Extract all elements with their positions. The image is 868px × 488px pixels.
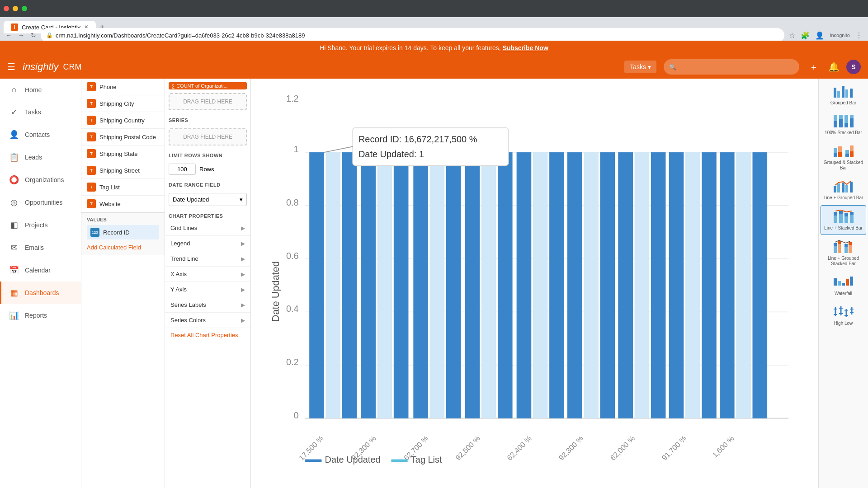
svg-rect-70 [850,115,854,118]
chart-type-high-low[interactable]: High Low [821,301,866,330]
line-stacked-bar-icon [833,209,854,224]
chart-type-grouped-stacked-bar[interactable]: Grouped & Stacked Bar [821,140,866,174]
svg-rect-102 [842,283,845,286]
reload-button[interactable]: ↻ [29,31,38,40]
extension-icon[interactable]: 🧩 [799,29,811,42]
chart-prop-grid-lines[interactable]: Grid Lines ▶ [165,221,250,236]
svg-rect-21 [430,152,445,418]
sidebar-label-organizations: Organizations [25,176,64,183]
sidebar-item-emails[interactable]: ✉ Emails [0,236,81,259]
svg-rect-96 [844,247,848,253]
chart-type-grouped-bar[interactable]: Grouped Bar [821,80,866,109]
svg-text:0: 0 [294,410,299,420]
search-icon: 🔍 [669,64,676,70]
profile-icon[interactable]: 👤 [813,29,826,42]
svg-rect-40 [752,152,767,418]
series-drag-zone[interactable]: DRAG FIELD HERE [169,128,247,145]
user-avatar[interactable]: S [846,60,861,74]
main-layout: ⌂ Home ✓ Tasks 👤 Contacts 📋 Leads ⭕ Orga… [0,79,868,488]
svg-rect-19 [394,152,409,418]
rows-input[interactable]: 100 [169,164,196,175]
browser-min-btn[interactable] [13,6,18,11]
tasks-icon: ✓ [9,107,19,117]
search-input[interactable] [680,63,794,70]
field-item-tag-list[interactable]: T Tag List [81,179,165,196]
sidebar: ⌂ Home ✓ Tasks 👤 Contacts 📋 Leads ⭕ Orga… [0,79,81,488]
limit-rows-label: LIMIT ROWS SHOWN [165,149,250,160]
date-value: Date Updated [173,196,209,203]
properties-panel: ∑ COUNT of Organizati... DRAG FIELD HERE… [165,79,251,488]
svg-rect-66 [839,115,843,119]
svg-text:1,600 %: 1,600 % [711,434,736,459]
svg-rect-98 [849,245,852,253]
chart-prop-series-labels[interactable]: Series Labels ▶ [165,297,250,313]
lock-icon: 🔒 [46,32,53,38]
chart-prop-x-axis[interactable]: X Axis ▶ [165,267,250,282]
browser-close-btn[interactable] [4,6,9,11]
trial-message: Hi Shane. Your trial expires in 14 days.… [320,44,501,52]
sidebar-label-leads: Leads [25,154,42,161]
browser-max-btn[interactable] [22,6,27,11]
sidebar-item-home[interactable]: ⌂ Home [0,79,81,101]
chart-type-line-grouped-stacked-bar[interactable]: Line + Grouped Stacked Bar [821,236,866,270]
value-item-record-id[interactable]: 123 Record ID [87,225,159,239]
svg-rect-64 [834,115,837,121]
sidebar-item-tasks[interactable]: ✓ Tasks [0,101,81,123]
field-item-shipping-street[interactable]: T Shipping Street [81,162,165,179]
grid-lines-label: Grid Lines [170,225,197,231]
nav-icons: ＋ 🔔 S [807,60,861,74]
bookmark-icon[interactable]: ☆ [787,29,797,42]
trial-banner: Hi Shane. Your trial expires in 14 days.… [0,41,868,55]
field-item-shipping-city[interactable]: T Shipping City [81,95,165,112]
bar-chart: Date Updated 1.2 1 0.8 0.6 0.4 0.2 0 [251,79,818,488]
back-button[interactable]: ← [4,31,14,40]
sidebar-item-reports[interactable]: 📊 Reports [0,304,81,327]
tasks-button[interactable]: Tasks ▾ [624,61,656,73]
sidebar-item-calendar[interactable]: 📅 Calendar [0,259,81,282]
chart-type-line-stacked-bar[interactable]: Line + Stacked Bar [821,205,866,235]
sidebar-item-projects[interactable]: ◧ Projects [0,214,81,236]
sidebar-label-opportunities: Opportunities [25,199,62,206]
date-dropdown[interactable]: Date Updated ▾ [169,193,247,206]
add-icon[interactable]: ＋ [807,60,821,74]
add-calculated-field-button[interactable]: Add Calculated Field [87,241,141,253]
field-item-phone[interactable]: T Phone [81,79,165,95]
field-item-shipping-state[interactable]: T Shipping State [81,145,165,162]
svg-rect-104 [850,277,853,286]
svg-rect-50 [305,460,321,462]
svg-rect-80 [837,183,840,192]
menu-icon[interactable]: ⋮ [854,29,864,42]
svg-rect-32 [618,152,633,418]
svg-rect-24 [481,152,496,418]
sidebar-item-dashboards[interactable]: ▦ Dashboards [0,282,81,304]
forward-button[interactable]: → [16,31,26,40]
field-item-shipping-country[interactable]: T Shipping Country [81,112,165,129]
sidebar-item-organizations[interactable]: ⭕ Organizations [0,169,81,191]
chart-prop-trend-line[interactable]: Trend Line ▶ [165,251,250,267]
sidebar-item-contacts[interactable]: 👤 Contacts [0,123,81,146]
search-bar[interactable]: 🔍 [664,59,799,75]
notification-icon[interactable]: 🔔 [826,60,841,74]
svg-rect-34 [651,152,666,418]
subscribe-link[interactable]: Subscribe Now [503,44,548,52]
chart-type-100-stacked-bar[interactable]: 100% Stacked Bar [821,110,866,139]
chart-prop-series-colors[interactable]: Series Colors ▶ [165,313,250,328]
reset-chart-props-button[interactable]: Reset All Chart Properties [165,328,244,342]
svg-text:92,500 %: 92,500 % [454,434,481,462]
field-item-website[interactable]: T Website [81,196,165,212]
y-axis-label: Y Axis [170,286,187,293]
chart-prop-y-axis[interactable]: Y Axis ▶ [165,282,250,297]
sidebar-item-leads[interactable]: 📋 Leads [0,146,81,169]
drag-zone[interactable]: DRAG FIELD HERE [169,93,247,110]
field-item-shipping-postal[interactable]: T Shipping Postal Code [81,129,165,145]
incognito-label: Incognito [828,31,852,40]
hamburger-menu[interactable]: ☰ [7,61,15,72]
sidebar-item-opportunities[interactable]: ◎ Opportunities [0,191,81,214]
chart-type-line-grouped-bar[interactable]: Line + Grouped Bar [821,175,866,204]
chart-type-waterfall[interactable]: Waterfall [821,271,866,300]
svg-rect-86 [839,214,843,223]
chart-prop-legend[interactable]: Legend ▶ [165,236,250,251]
svg-rect-81 [842,183,844,192]
date-range-label: DATE RANGE FIELD [165,178,250,189]
field-label-shipping-street: Shipping Street [99,167,140,174]
